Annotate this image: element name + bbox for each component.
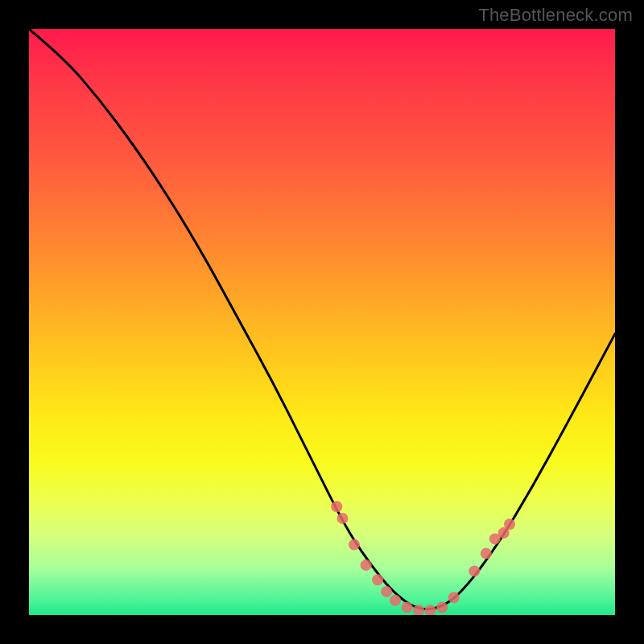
chart-background-gradient	[29, 29, 615, 615]
watermark-text: TheBottleneck.com	[478, 5, 633, 26]
